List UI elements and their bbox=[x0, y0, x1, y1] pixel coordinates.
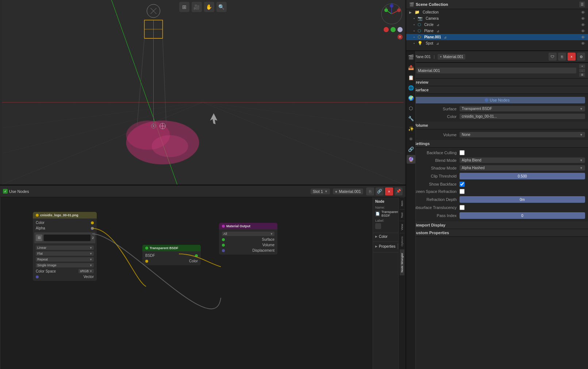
camera-icon[interactable]: 🎥 bbox=[192, 2, 202, 12]
physics-icon[interactable]: ⚛ bbox=[407, 134, 415, 143]
output-props-icon[interactable]: 📤 bbox=[407, 63, 415, 72]
spot-eye-icon[interactable]: 👁 bbox=[581, 41, 585, 46]
delete-mat-icon[interactable]: × bbox=[568, 53, 576, 61]
use-nodes-toggle[interactable]: ✓ Use Nodes bbox=[3, 189, 29, 194]
output-volume-socket bbox=[222, 244, 225, 247]
collection-item-plane001[interactable]: • ⬡ Plane.001 ⊿ 👁 bbox=[406, 34, 588, 40]
label-icon bbox=[375, 223, 381, 229]
settings-mat-icon[interactable]: ⚙ bbox=[577, 53, 585, 61]
volume-section-title[interactable]: ▼ Volume bbox=[406, 122, 588, 129]
circle-eye-icon[interactable]: 👁 bbox=[581, 23, 585, 27]
hand-icon[interactable]: ✋ bbox=[204, 2, 214, 12]
source-dropdown[interactable]: Single Image ▼ bbox=[36, 263, 94, 267]
nav-dot-green[interactable] bbox=[391, 27, 396, 32]
link-icon[interactable]: 🔗 bbox=[376, 187, 384, 195]
output-all-label: All bbox=[223, 232, 227, 236]
colorspace-dropdown[interactable]: sRGB ▼ bbox=[78, 269, 94, 273]
bsdf-color-row: Color bbox=[142, 258, 201, 264]
use-nodes-checkbox[interactable]: ✓ bbox=[3, 189, 8, 194]
material-selector[interactable]: ● Material.001 bbox=[333, 189, 363, 194]
slot-selector[interactable]: Slot 1 ▼ bbox=[311, 189, 330, 194]
bsdf-color-label: Color bbox=[189, 259, 198, 263]
volume-prop-value[interactable]: None ▼ bbox=[460, 132, 585, 137]
camera-eye-icon[interactable]: 👁 bbox=[581, 16, 585, 21]
collection-item-circle[interactable]: • ⬡ Circle ⊿ 👁 bbox=[406, 22, 588, 28]
list-down-arrow[interactable]: - bbox=[579, 69, 585, 72]
modifier-icon[interactable]: 🔧 bbox=[407, 114, 415, 123]
nav-dot-blue[interactable] bbox=[397, 27, 403, 32]
blend-mode-value[interactable]: Alpha Blend ▼ bbox=[460, 157, 585, 163]
pin-icon[interactable]: 📌 bbox=[395, 187, 403, 195]
show-backface-checkbox[interactable] bbox=[460, 182, 465, 187]
projection-dropdown[interactable]: Flat ▼ bbox=[36, 251, 94, 256]
color-value-text: cnisidis_logo_00-01... bbox=[462, 114, 497, 118]
preview-section-title[interactable]: ▶ Preview bbox=[406, 79, 588, 86]
material-tab[interactable]: ● Material.001 bbox=[438, 54, 465, 60]
toolbar-icons: ⎘ 🔗 × 📌 bbox=[366, 187, 403, 195]
surface-section-title[interactable]: ▼ Surface bbox=[406, 86, 588, 94]
world-icon[interactable]: 🌍 bbox=[407, 94, 415, 102]
refraction-depth-slider[interactable]: 0m bbox=[460, 196, 585, 203]
object-props-icon[interactable]: ⬡ bbox=[407, 104, 415, 113]
filter-icon[interactable]: ☰ bbox=[579, 1, 585, 7]
collection-item-plane[interactable]: • ⬡ Plane ⊿ 👁 bbox=[406, 28, 588, 34]
clip-threshold-slider[interactable]: 0.500 bbox=[460, 173, 585, 179]
grid-icon[interactable]: ⊞ bbox=[179, 2, 189, 12]
use-nodes-button[interactable]: Use Nodes bbox=[409, 97, 585, 103]
search-icon[interactable]: 🔍 bbox=[216, 2, 227, 12]
pass-index-slider[interactable]: 0 bbox=[460, 212, 585, 219]
tool-tab[interactable]: Tool bbox=[400, 209, 404, 221]
surface-prop-value[interactable]: Transparent BSDF ▼ bbox=[460, 106, 585, 111]
plane-eye-icon[interactable]: 👁 bbox=[581, 29, 585, 33]
material-name-input[interactable] bbox=[416, 68, 576, 73]
axis-widget[interactable]: X Y Z bbox=[381, 3, 403, 25]
node-left-panel bbox=[0, 197, 0, 369]
plane001-eye-icon[interactable]: 👁 bbox=[581, 35, 585, 39]
svg-text:X: X bbox=[398, 6, 400, 9]
output-all-dropdown[interactable]: All ▼ bbox=[222, 232, 274, 236]
nav-dot-red[interactable] bbox=[384, 27, 389, 32]
texture-image-selector[interactable]: 🖼 2 bbox=[34, 232, 95, 243]
ssr-checkbox[interactable] bbox=[460, 189, 465, 194]
item-tab[interactable]: Item bbox=[400, 197, 404, 209]
list-expand-icon[interactable]: ☰ bbox=[579, 73, 585, 77]
image-name-field[interactable] bbox=[44, 235, 91, 241]
collection-item-camera[interactable]: • 📷 Camera 👁 bbox=[406, 15, 588, 22]
plane-name: Plane bbox=[424, 29, 434, 33]
subsurface-checkbox[interactable] bbox=[460, 205, 465, 210]
bsdf-label: BSDF bbox=[145, 254, 155, 258]
scene-props-icon[interactable]: 🌐 bbox=[407, 83, 415, 92]
collection-item-collection[interactable]: ▶ 📁 Collection 👁 bbox=[406, 9, 588, 15]
custom-properties-section-title[interactable]: ▶ Custom Properties bbox=[406, 229, 588, 237]
close-btn[interactable]: × bbox=[397, 34, 403, 39]
nav-controls bbox=[384, 27, 403, 32]
render-icon[interactable]: 🎬 bbox=[407, 53, 415, 61]
list-up-arrow[interactable]: + bbox=[579, 64, 585, 68]
view-tab[interactable]: View bbox=[400, 221, 404, 233]
extension-dropdown[interactable]: Repeat ▼ bbox=[36, 257, 94, 262]
spot-bullet: • bbox=[414, 42, 415, 45]
shield-icon[interactable]: 🛡 bbox=[549, 53, 557, 61]
material-props-icon[interactable]: 🔮 bbox=[407, 155, 415, 164]
view-layer-icon[interactable]: 📋 bbox=[407, 73, 415, 82]
options-tab[interactable]: Options bbox=[400, 233, 404, 250]
particles-icon[interactable]: ✨ bbox=[407, 124, 415, 133]
shadow-mode-value[interactable]: Alpha Hashed ▼ bbox=[460, 165, 585, 171]
color-arrow: ▶ bbox=[375, 235, 377, 238]
material-name-bar: + - ☰ bbox=[406, 63, 588, 79]
node-wrangler-tab[interactable]: Node Wrangler bbox=[400, 250, 404, 275]
constraints-icon[interactable]: 🔗 bbox=[407, 145, 415, 153]
copy-icon[interactable]: ⎘ bbox=[366, 187, 374, 195]
collection-item-spot[interactable]: • 💡 Spot ⊿ 👁 bbox=[406, 40, 588, 46]
interpolation-dropdown[interactable]: Linear ▼ bbox=[36, 246, 94, 250]
collection-eye-icon[interactable]: 👁 bbox=[581, 10, 585, 15]
viewport-display-section-title[interactable]: ▶ Viewport Display bbox=[406, 221, 588, 229]
delete-icon[interactable]: × bbox=[385, 187, 393, 195]
texture-alpha-label: Alpha bbox=[36, 226, 45, 230]
slot-label: Slot 1 bbox=[313, 189, 323, 194]
copy-mat-icon[interactable]: ⎘ bbox=[558, 53, 566, 61]
settings-section-title[interactable]: ▼ Settings bbox=[406, 140, 588, 148]
color-prop-value[interactable]: cnisidis_logo_00-01... bbox=[460, 114, 585, 119]
plane-bullet: • bbox=[414, 29, 415, 33]
backface-checkbox[interactable] bbox=[460, 150, 465, 155]
